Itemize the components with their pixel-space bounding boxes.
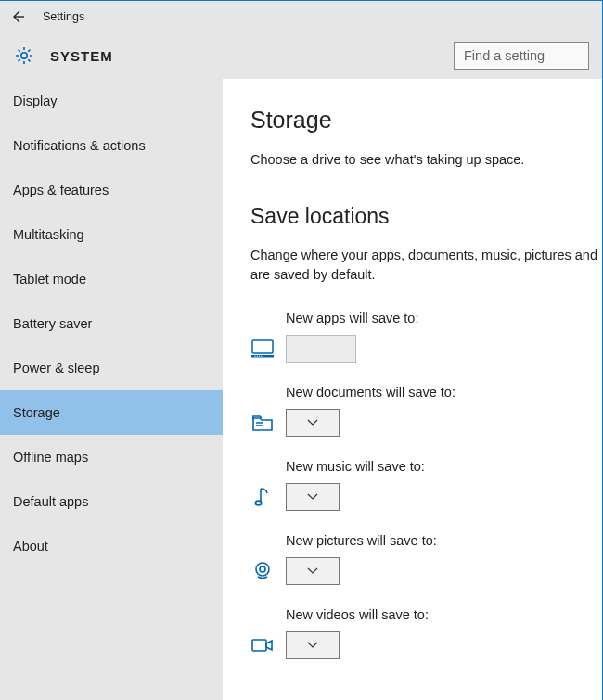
chevron-down-icon xyxy=(307,567,318,575)
save-label-pictures: New pictures will save to: xyxy=(286,533,602,548)
svg-point-4 xyxy=(257,356,258,357)
folder-icon xyxy=(250,414,275,432)
sidebar-item-multitasking[interactable]: Multitasking xyxy=(0,212,223,257)
camera-icon xyxy=(250,561,275,581)
chevron-down-icon xyxy=(307,419,318,426)
monitor-icon xyxy=(250,339,275,358)
pictures-drive-dropdown[interactable] xyxy=(286,557,340,585)
sidebar-item-about[interactable]: About xyxy=(0,524,223,568)
save-row-music: New music will save to: xyxy=(250,459,602,511)
back-button[interactable] xyxy=(9,8,26,25)
header: SYSTEM Find a setting xyxy=(0,32,602,79)
music-note-icon xyxy=(250,486,275,508)
search-placeholder: Find a setting xyxy=(464,48,545,63)
apps-drive-dropdown xyxy=(286,335,356,363)
sidebar-item-battery-saver[interactable]: Battery saver xyxy=(0,301,223,346)
search-input[interactable]: Find a setting xyxy=(454,42,589,70)
music-drive-dropdown[interactable] xyxy=(286,483,340,511)
save-row-documents: New documents will save to: xyxy=(250,385,602,437)
save-locations-heading: Save locations xyxy=(250,204,602,229)
chevron-down-icon xyxy=(307,493,318,501)
page-description: Choose a drive to see what's taking up s… xyxy=(250,152,602,167)
sidebar: Display Notifications & actions Apps & f… xyxy=(0,79,223,700)
sidebar-item-default-apps[interactable]: Default apps xyxy=(0,479,223,524)
svg-point-9 xyxy=(260,566,265,572)
svg-point-6 xyxy=(261,356,262,357)
svg-rect-1 xyxy=(252,340,273,353)
gear-icon xyxy=(13,45,35,67)
sidebar-item-storage[interactable]: Storage xyxy=(0,390,223,435)
svg-point-7 xyxy=(255,501,261,505)
sidebar-item-offline-maps[interactable]: Offline maps xyxy=(0,435,223,479)
save-label-apps: New apps will save to: xyxy=(286,311,602,325)
save-label-music: New music will save to: xyxy=(286,459,602,474)
sidebar-item-notifications[interactable]: Notifications & actions xyxy=(0,123,223,168)
sidebar-item-power-sleep[interactable]: Power & sleep xyxy=(0,346,223,390)
save-row-pictures: New pictures will save to: xyxy=(250,533,602,585)
save-label-documents: New documents will save to: xyxy=(286,385,602,400)
videos-drive-dropdown[interactable] xyxy=(286,631,340,659)
main-panel: Storage Choose a drive to see what's tak… xyxy=(223,79,602,700)
sidebar-item-apps-features[interactable]: Apps & features xyxy=(0,168,223,212)
documents-drive-dropdown[interactable] xyxy=(286,409,340,437)
svg-rect-10 xyxy=(252,640,266,651)
svg-point-3 xyxy=(254,356,255,357)
sidebar-item-tablet-mode[interactable]: Tablet mode xyxy=(0,257,223,301)
save-locations-description: Change where your apps, documents, music… xyxy=(250,246,602,285)
save-row-videos: New videos will save to: xyxy=(250,607,602,659)
svg-point-0 xyxy=(21,53,27,58)
svg-point-5 xyxy=(259,356,260,357)
titlebar-title: Settings xyxy=(43,10,84,23)
page-heading: Storage xyxy=(250,107,602,134)
titlebar: Settings xyxy=(0,1,602,32)
system-label: SYSTEM xyxy=(50,48,113,64)
video-camera-icon xyxy=(250,638,275,653)
save-label-videos: New videos will save to: xyxy=(286,607,602,622)
save-row-apps: New apps will save to: xyxy=(250,311,602,363)
chevron-down-icon xyxy=(307,642,318,649)
svg-point-8 xyxy=(256,563,269,576)
sidebar-item-display[interactable]: Display xyxy=(0,79,223,123)
